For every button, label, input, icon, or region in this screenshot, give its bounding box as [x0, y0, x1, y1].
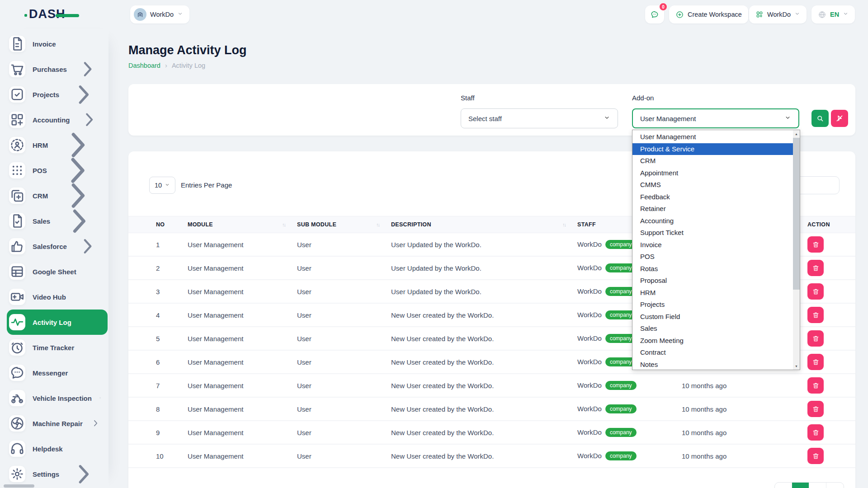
sidebar-item-label: HRM [33, 141, 48, 149]
google-sheet-icon [9, 263, 25, 280]
sidebar: InvoicePurchasesProjectsAccountingHRMPOS… [0, 29, 108, 488]
addon-option-proposal[interactable]: Proposal [632, 275, 793, 287]
column-header-action: ACTION [807, 221, 855, 228]
sidebar-item-vehicle-inspection[interactable]: Vehicle Inspection [7, 385, 108, 411]
cell-no: 2 [156, 264, 188, 272]
delete-button[interactable] [807, 236, 824, 253]
addon-option-projects[interactable]: Projects [632, 299, 793, 311]
sidebar-item-activity-log[interactable]: Activity Log [7, 310, 108, 335]
sidebar-item-invoice[interactable]: Invoice [7, 31, 108, 56]
sort-icon[interactable]: ↑↓ [282, 222, 285, 227]
pagination-page-1[interactable]: 1 [792, 483, 809, 488]
cell-no: 1 [156, 241, 188, 249]
dropdown-scrollbar-thumb[interactable] [793, 138, 800, 290]
sort-icon[interactable]: ↑↓ [562, 222, 566, 227]
addon-option-user-management[interactable]: User Management [632, 131, 793, 143]
addon-option-crm[interactable]: CRM [632, 155, 793, 167]
delete-button[interactable] [807, 354, 824, 370]
breadcrumb-dashboard-link[interactable]: Dashboard [128, 62, 160, 69]
sidebar-item-messenger[interactable]: Messenger [7, 360, 108, 385]
pagination-page-2[interactable]: 2 [809, 483, 826, 488]
addon-option-pos[interactable]: POS [632, 251, 793, 263]
scroll-down-icon[interactable]: ▼ [793, 362, 800, 370]
cell-module: User Management [188, 358, 297, 366]
addon-option-rotas[interactable]: Rotas [632, 263, 793, 275]
trash-icon [812, 358, 820, 366]
pagination-prev-button[interactable]: ← [775, 483, 792, 488]
cell-description: User Updated by the WorkDo. [391, 288, 577, 296]
language-selector[interactable]: EN [811, 5, 855, 23]
addon-option-custom-field[interactable]: Custom Field [632, 311, 793, 323]
sidebar-item-projects[interactable]: Projects [7, 82, 108, 107]
delete-button[interactable] [807, 330, 824, 347]
delete-button[interactable] [807, 283, 824, 300]
addon-option-zoom-meeting[interactable]: Zoom Meeting [632, 335, 793, 347]
app-window: DASH WorkDo 0 Create Workspace WorkDo EN [0, 0, 868, 488]
reset-filter-button[interactable] [831, 110, 848, 127]
sidebar-item-machine-repair[interactable]: Machine Repair [7, 411, 108, 436]
addon-option-contract[interactable]: Contract [632, 347, 793, 359]
settings-icon [9, 466, 25, 482]
sidebar-item-time-tracker[interactable]: Time Tracker [7, 335, 108, 360]
delete-button[interactable] [807, 401, 824, 417]
addon-option-product-service[interactable]: Product & Service [632, 143, 793, 155]
addon-option-sales[interactable]: Sales [632, 323, 793, 335]
sidebar-menu: InvoicePurchasesProjectsAccountingHRMPOS… [0, 31, 108, 487]
cell-description: New User created by the WorkDo. [391, 358, 577, 366]
addon-option-support-ticket[interactable]: Support Ticket [632, 227, 793, 239]
delete-button[interactable] [807, 307, 824, 323]
addon-option-accounting[interactable]: Accounting [632, 215, 793, 227]
addon-option-notes[interactable]: Notes [632, 359, 793, 370]
cell-description: New User created by the WorkDo. [391, 311, 577, 319]
sidebar-item-google-sheet[interactable]: Google Sheet [7, 259, 108, 284]
create-workspace-button[interactable]: Create Workspace [669, 5, 748, 23]
search-button[interactable] [811, 110, 829, 127]
cell-action [807, 377, 855, 394]
dropdown-scrollbar[interactable]: ▲ ▼ [793, 130, 800, 370]
addon-option-hrm[interactable]: HRM [632, 287, 793, 299]
sort-icon[interactable]: ↑↓ [376, 222, 379, 227]
chevron-down-icon [177, 11, 183, 18]
chevron-right-icon [74, 233, 101, 260]
addon-option-cmms[interactable]: CMMS [632, 179, 793, 191]
messages-button[interactable]: 0 [645, 5, 664, 23]
column-header-module: MODULE ↑↓ [188, 221, 297, 228]
company-badge: company [605, 428, 637, 437]
delete-button[interactable] [807, 377, 824, 394]
addon-select[interactable]: User Management [632, 108, 799, 128]
pagination-next-button[interactable]: → [826, 483, 844, 488]
dash-logo[interactable]: DASH [29, 7, 66, 21]
sidebar-scrollbar[interactable] [4, 484, 34, 488]
delete-button[interactable] [807, 448, 824, 464]
scroll-up-icon[interactable]: ▲ [793, 130, 800, 137]
machine-repair-icon [9, 415, 25, 432]
sidebar-item-video-hub[interactable]: Video Hub [7, 284, 108, 310]
chat-icon [650, 10, 659, 19]
sidebar-item-label: CRM [33, 192, 48, 200]
entries-per-page-select[interactable]: 10 [149, 177, 175, 194]
addon-option-appointment[interactable]: Appointment [632, 167, 793, 179]
invoice-icon [9, 36, 25, 52]
cell-module: User Management [188, 264, 297, 272]
addon-option-feedback[interactable]: Feedback [632, 191, 793, 203]
addon-option-retainer[interactable]: Retainer [632, 203, 793, 215]
workspace-switcher[interactable]: WorkDo [130, 5, 189, 23]
column-header-description: DESCRIPTION ↑↓ [391, 221, 577, 228]
cell-action [807, 354, 855, 370]
dash-logo-green-bar [56, 14, 79, 17]
chevron-down-icon [843, 11, 849, 18]
sidebar-item-settings[interactable]: Settings [7, 461, 108, 487]
sidebar-item-sales[interactable]: Sales [7, 208, 108, 234]
delete-button[interactable] [807, 424, 824, 441]
sales-icon [9, 213, 25, 229]
staff-select[interactable]: Select staff [461, 108, 618, 128]
cell-date: 10 months ago [682, 382, 807, 389]
account-menu-label: WorkDo [767, 11, 791, 18]
grid-plus-icon [755, 10, 764, 19]
delete-button[interactable] [807, 260, 824, 276]
account-menu[interactable]: WorkDo [749, 5, 807, 23]
dash-logo-green-dot [24, 14, 27, 17]
sidebar-item-label: Vehicle Inspection [33, 394, 92, 402]
cell-module: User Management [188, 382, 297, 389]
addon-option-invoice[interactable]: Invoice [632, 239, 793, 251]
